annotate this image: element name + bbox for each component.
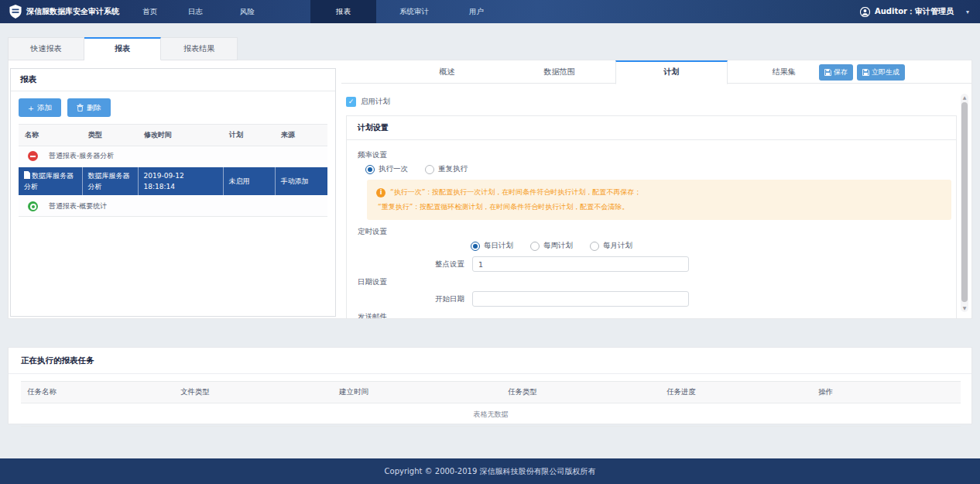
- radio-label: 每周计划: [543, 241, 573, 251]
- start-date-label: 开始日期: [358, 294, 472, 304]
- col-name: 名称: [19, 125, 82, 146]
- running-tasks-panel: 正在执行的报表任务 任务名称 文件类型 建立时间 任务类型 任务进度 操作 表格…: [8, 347, 972, 424]
- group-label: 普通报表-概要统计: [49, 201, 107, 211]
- col-source: 来源: [275, 125, 327, 146]
- scroll-up-icon[interactable]: ▲: [961, 94, 968, 101]
- tab-overview[interactable]: 概述: [391, 60, 503, 84]
- scrollbar-thumb[interactable]: [961, 102, 968, 302]
- tasks-table: 任务名称 文件类型 建立时间 任务类型 任务进度 操作 表格无数据: [21, 381, 961, 427]
- tab-report[interactable]: 报表: [84, 37, 161, 60]
- enable-plan-checkbox[interactable]: ✓: [346, 97, 356, 107]
- group-row-server-analysis[interactable]: 普通报表-服务器分析: [19, 146, 327, 167]
- frequency-label: 频率设置: [358, 150, 945, 160]
- add-button-label: 添加: [37, 103, 52, 113]
- col-create-time: 建立时间: [333, 382, 502, 403]
- main-nav: 首页 日志 风险 报表 系统审计 用户: [130, 0, 496, 23]
- generate-now-button[interactable]: 立即生成: [857, 64, 905, 81]
- col-task-progress: 任务进度: [660, 382, 812, 403]
- plan-scrollbar[interactable]: ▲ ▼: [961, 94, 968, 312]
- col-modified: 修改时间: [138, 125, 223, 146]
- col-file-type: 文件类型: [174, 382, 333, 403]
- frequency-notice: i “执行一次”：按配置执行一次计划，在时间条件符合时执行计划，配置不再保存； …: [367, 180, 951, 220]
- radio-run-once[interactable]: 执行一次: [365, 164, 408, 174]
- col-task-name: 任务名称: [21, 382, 174, 403]
- radio-icon: [425, 165, 434, 174]
- report-list-panel: 报表 + 添加 删除: [10, 68, 336, 317]
- user-avatar-icon: [860, 7, 870, 17]
- scroll-down-icon[interactable]: ▼: [961, 304, 968, 312]
- nav-item-home[interactable]: 首页: [130, 0, 170, 23]
- radio-label: 重复执行: [438, 164, 468, 174]
- trash-icon: [77, 104, 84, 112]
- nav-item-risk[interactable]: 风险: [228, 0, 267, 23]
- tab-report-result[interactable]: 报表结果: [161, 37, 238, 60]
- row-name: 数据库服务器分析: [24, 172, 74, 191]
- brand: 深信服数据库安全审计系统: [0, 0, 119, 23]
- start-date-row: 开始日期: [358, 291, 945, 307]
- radio-monthly-plan[interactable]: 每月计划: [590, 241, 632, 251]
- info-icon: i: [376, 188, 385, 197]
- caret-down-icon: ▾: [966, 9, 969, 15]
- footer: Copyright © 2000-2019 深信服科技股份有限公司版权所有: [0, 458, 980, 484]
- nav-item-system-audit[interactable]: 系统审计: [387, 0, 441, 23]
- content-area: 报表 + 添加 删除: [8, 60, 972, 319]
- row-plan: 未启用: [223, 166, 275, 196]
- top-navbar: 深信服数据库安全审计系统 首页 日志 风险 报表 系统审计 用户 Auditor…: [0, 0, 980, 23]
- nav-item-users[interactable]: 用户: [457, 0, 496, 23]
- page: 深信服数据库安全审计系统 首页 日志 风险 报表 系统审计 用户 Auditor…: [0, 0, 980, 484]
- table-row-selected[interactable]: 数据库服务器分析 数据库服务器分析 2019-09-12 18:18:14 未启…: [19, 166, 327, 196]
- report-list-title: 报表: [11, 69, 335, 91]
- expand-icon[interactable]: [28, 201, 38, 211]
- hour-setting-label: 整点设置: [358, 259, 472, 269]
- tasks-empty-text: 表格无数据: [21, 403, 961, 427]
- nav-item-reports[interactable]: 报表: [310, 0, 376, 23]
- plan-settings-title: 计划设置: [347, 116, 956, 140]
- row-modified: 2019-09-12 18:18:14: [138, 166, 223, 196]
- notice-line-1: “执行一次”：按配置执行一次计划，在时间条件符合时执行计划，配置不再保存；: [390, 185, 641, 200]
- user-label: Auditor：审计管理员: [875, 6, 954, 17]
- report-table-header: 名称 类型 修改时间 计划 来源: [19, 125, 327, 146]
- report-list-toolbar: + 添加 删除: [11, 91, 335, 124]
- page-tabs: 快速报表 报表 报表结果: [8, 37, 238, 60]
- radio-daily-plan[interactable]: 每日计划: [471, 241, 513, 251]
- add-button[interactable]: + 添加: [19, 98, 61, 117]
- radio-weekly-plan[interactable]: 每周计划: [530, 241, 573, 251]
- col-type: 类型: [82, 125, 138, 146]
- col-task-type: 任务类型: [502, 382, 660, 403]
- tab-data-scope[interactable]: 数据范围: [503, 60, 615, 84]
- start-date-input[interactable]: [472, 291, 689, 307]
- date-setting-label: 日期设置: [358, 277, 945, 287]
- tab-quick-report[interactable]: 快速报表: [8, 37, 84, 60]
- send-email-label: 发送邮件: [358, 312, 945, 318]
- delete-button[interactable]: 删除: [67, 98, 111, 117]
- tab-plan[interactable]: 计划: [615, 60, 728, 84]
- generate-button-label: 立即生成: [872, 67, 899, 77]
- copyright-text: Copyright © 2000-2019 深信服科技股份有限公司版权所有: [385, 467, 596, 475]
- radio-repeat[interactable]: 重复执行: [425, 164, 468, 174]
- delete-button-label: 删除: [87, 103, 101, 113]
- plan-settings-body: 频率设置 执行一次 重复执行: [347, 140, 956, 318]
- check-icon: ✓: [348, 98, 355, 105]
- nav-item-logs[interactable]: 日志: [176, 0, 215, 23]
- detail-tabs: 概述 数据范围 计划 结果集 保存: [341, 60, 971, 84]
- tasks-table-header: 任务名称 文件类型 建立时间 任务类型 任务进度 操作: [21, 382, 961, 403]
- save-button[interactable]: 保存: [819, 64, 853, 81]
- row-type: 数据库服务器分析: [82, 166, 138, 196]
- report-table: 名称 类型 修改时间 计划 来源 普通报表-服务器分析: [19, 124, 327, 217]
- radio-label: 每月计划: [603, 241, 632, 251]
- frequency-options: 执行一次 重复执行: [365, 164, 945, 174]
- running-tasks-title: 正在执行的报表任务: [9, 348, 971, 374]
- group-row-summary-stats[interactable]: 普通报表-概要统计: [19, 196, 327, 217]
- plan-tab-content: ✓ 启用计划 计划设置 频率设置 执行一次: [341, 84, 971, 318]
- radio-icon: [590, 242, 599, 251]
- report-detail-panel: 概述 数据范围 计划 结果集 保存: [341, 60, 971, 318]
- timing-options: 每日计划 每周计划 每月计划: [471, 241, 945, 251]
- radio-label: 每日计划: [484, 241, 513, 251]
- plan-settings-box: 计划设置 频率设置 执行一次 重复执行: [346, 115, 957, 318]
- col-actions: 操作: [812, 382, 961, 403]
- hour-setting-input[interactable]: [472, 256, 689, 272]
- document-icon: [24, 171, 30, 179]
- enable-plan-row[interactable]: ✓ 启用计划: [346, 97, 390, 107]
- user-menu[interactable]: Auditor：审计管理员 ▾: [860, 0, 969, 23]
- collapse-icon[interactable]: [28, 151, 38, 161]
